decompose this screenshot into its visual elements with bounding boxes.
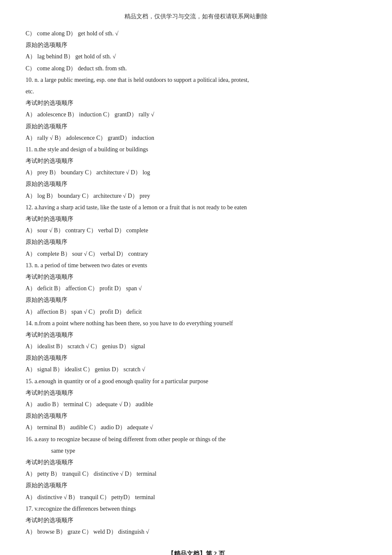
- content-line: 原始的选项顺序: [26, 410, 366, 421]
- content-line: 原始的选项顺序: [26, 353, 366, 363]
- content-line: 考试时的选项顺序: [26, 387, 366, 398]
- content-line: 考试时的选项顺序: [26, 214, 366, 224]
- content-line: 原始的选项顺序: [26, 40, 366, 50]
- content-line: A） signal B） idealist C） genius D） scrat…: [26, 364, 366, 375]
- content-line: A） deficit B） affection C） profit D） spa…: [26, 283, 366, 294]
- content-line: 考试时的选项顺序: [26, 272, 366, 282]
- content-line: 考试时的选项顺序: [26, 515, 366, 526]
- content-line: 14. n.from a point where nothing has bee…: [26, 318, 366, 329]
- content-line: A） sour √ B） contrary C） verbal D） compl…: [26, 225, 366, 236]
- content-line: 15. a.enough in quantity or of a good en…: [26, 376, 366, 387]
- content-line: 考试时的选项顺序: [26, 98, 366, 108]
- main-content: C） come along D） get hold of sth. √原始的选项…: [26, 28, 366, 537]
- content-line: 原始的选项顺序: [26, 480, 366, 491]
- content-line: 原始的选项顺序: [26, 295, 366, 305]
- page-footer: 【精品文档】第 2 页: [26, 550, 366, 555]
- content-line: etc.: [26, 86, 366, 97]
- page-header: 精品文档，仅供学习与交流，如有侵权请联系网站删除: [26, 13, 366, 20]
- content-line: A） browse B） graze C） weld D） distinguis…: [26, 526, 366, 537]
- content-line: 考试时的选项顺序: [26, 156, 366, 166]
- content-line: 考试时的选项顺序: [26, 330, 366, 340]
- header-text: 精品文档，仅供学习与交流，如有侵权请联系网站删除: [124, 13, 268, 20]
- content-line: A） idealist B） scratch √ C） genius D） si…: [26, 341, 366, 352]
- content-line: A） adolescence B） induction C） grantD） r…: [26, 109, 366, 120]
- content-line: same type: [51, 445, 366, 456]
- content-line: A） rally √ B） adolescence C） grantD） ind…: [26, 133, 366, 143]
- content-line: 原始的选项顺序: [26, 179, 366, 189]
- content-line: A） audio B） terminal C） adequate √ D） au…: [26, 399, 366, 410]
- content-line: 原始的选项顺序: [26, 121, 366, 132]
- content-line: A） terminal B） audible C） audio D） adequ…: [26, 422, 366, 433]
- content-line: A） prey B） boundary C） architecture √ D）…: [26, 167, 366, 178]
- content-line: A） log B） boundary C） architecture √ D） …: [26, 191, 366, 201]
- content-line: A） affection B） span √ C） profit D） defi…: [26, 306, 366, 317]
- content-line: 11. n.the style and design of a building…: [26, 144, 366, 155]
- content-line: 16. a.easy to recognize because of being…: [26, 434, 366, 445]
- content-line: A） complete B） sour √ C） verbal D） contr…: [26, 249, 366, 259]
- footer-text: 【精品文档】第 2 页: [167, 550, 225, 555]
- content-line: 17. v.recognize the differences between …: [26, 503, 366, 514]
- content-line: A） petty B） tranquil C） distinctive √ D）…: [26, 468, 366, 479]
- content-line: A） distinctive √ B） tranquil C） pettyD） …: [26, 492, 366, 503]
- content-line: 原始的选项顺序: [26, 237, 366, 247]
- content-line: 10. n. a large public meeting, esp. one …: [26, 75, 366, 85]
- content-line: 13. n. a period of time between two date…: [26, 260, 366, 271]
- content-line: C） come along D） deduct sth. from sth.: [26, 63, 366, 74]
- content-line: C） come along D） get hold of sth. √: [26, 28, 366, 39]
- content-line: 考试时的选项顺序: [26, 457, 366, 468]
- content-line: A） lag behind B） get hold of sth. √: [26, 51, 366, 62]
- content-line: 12. a.having a sharp acid taste, like th…: [26, 202, 366, 213]
